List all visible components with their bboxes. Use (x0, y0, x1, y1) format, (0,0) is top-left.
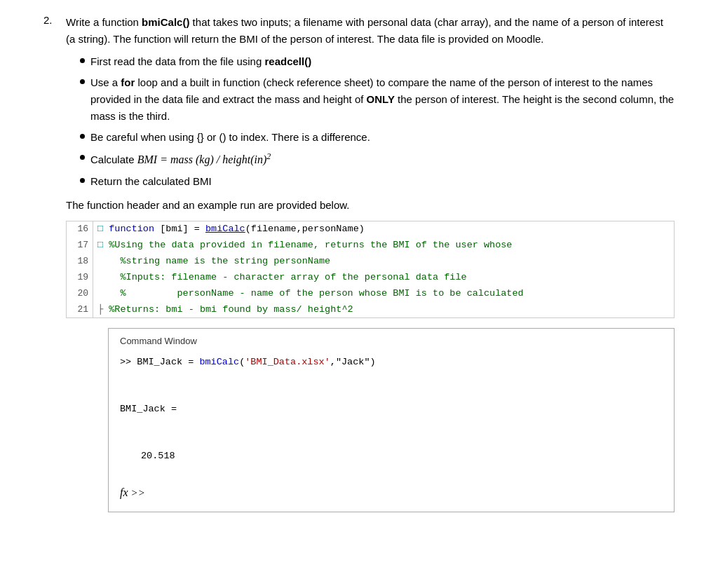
bullet-2: Use a for loop and a built in function (… (80, 74, 675, 125)
readcell-bold: readcell() (264, 55, 311, 67)
bullet-1: First read the data from the file using … (80, 53, 675, 70)
bullet-4-text: Calculate BMI = mass (kg) / height(in)2 (90, 150, 271, 169)
cmd-string-arg1: 'BMI_Data.xlsx' (245, 357, 330, 367)
bullet-4: Calculate BMI = mass (kg) / height(in)2 (80, 150, 675, 169)
cmd-function-name: bmiCalc (199, 357, 239, 367)
question-2: 2. Write a function bmiCalc() that takes… (43, 14, 675, 512)
cmd-footer: fx >> (120, 484, 663, 502)
line-code-21: ├ %Returns: bmi - bmi found by mass/ hei… (93, 302, 674, 318)
collapse-icon-17: □ (97, 240, 103, 250)
code-row-16: 16 □ function [bmi] = bmiCalc(filename,p… (67, 221, 674, 238)
cmd-blank-1 (120, 371, 663, 386)
code-text-16b: (filename,personName) (245, 224, 365, 234)
bracket-21: ├ (97, 304, 103, 315)
bullet-dot-2 (80, 79, 85, 84)
cmd-output-var: BMI_Jack = (120, 402, 663, 417)
line-num-19: 19 (67, 270, 93, 286)
comment-20: % personName - name of the person whose … (109, 288, 523, 299)
bullet-1-text: First read the data from the file using … (90, 53, 311, 70)
code-row-18: 18 %string name is the string personName (67, 254, 674, 270)
code-row-21: 21 ├ %Returns: bmi - bmi found by mass/ … (67, 302, 674, 318)
function-header-line: The function header and an example run a… (66, 197, 675, 214)
bmiCalc-link[interactable]: bmiCalc (205, 224, 245, 234)
code-row-17: 17 □ %Using the data provided in filenam… (67, 238, 674, 254)
bullet-list: First read the data from the file using … (66, 53, 675, 190)
comment-21: %Returns: bmi - bmi found by mass/ heigh… (109, 304, 353, 315)
main-content: 2. Write a function bmiCalc() that takes… (43, 14, 675, 512)
cmd-value: 20.518 (120, 449, 663, 464)
bmi-formula: BMI = mass (kg) / height(in)2 (137, 153, 271, 165)
line-num-21: 21 (67, 302, 93, 318)
cmd-blank-2 (120, 386, 663, 402)
bullet-2-text: Use a for loop and a built in function (… (90, 74, 675, 125)
cmd-blank-4 (120, 433, 663, 449)
bullet-dot-4 (80, 155, 85, 160)
collapse-icon-16: □ (97, 224, 103, 234)
comment-18: %string name is the string personName (109, 256, 330, 266)
command-window: Command Window >> BMI_Jack = bmiCalc('BM… (108, 328, 675, 512)
cmd-blank-5 (120, 464, 663, 479)
code-block: 16 □ function [bmi] = bmiCalc(filename,p… (66, 221, 675, 319)
line-code-18: %string name is the string personName (93, 254, 674, 270)
command-window-wrapper: Command Window >> BMI_Jack = bmiCalc('BM… (108, 328, 675, 512)
line-code-17: □ %Using the data provided in filename, … (93, 238, 674, 254)
code-table: 16 □ function [bmi] = bmiCalc(filename,p… (67, 221, 674, 318)
code-row-20: 20 % personName - name of the person who… (67, 286, 674, 302)
question-body: Write a function bmiCalc() that takes tw… (66, 14, 675, 512)
bullet-3-text: Be careful when using {} or () to index.… (90, 129, 370, 146)
line-num-17: 17 (67, 238, 93, 254)
question-number: 2. (43, 14, 60, 512)
line-code-20: % personName - name of the person whose … (93, 286, 674, 302)
cmd-line-1: >> BMI_Jack = bmiCalc('BMI_Data.xlsx',"J… (120, 355, 663, 370)
line-num-20: 20 (67, 286, 93, 302)
comment-19: %Inputs: filename - character array of t… (109, 272, 466, 282)
line-code-16: □ function [bmi] = bmiCalc(filename,pers… (93, 221, 674, 238)
cmd-prompt-symbol: >> (131, 484, 145, 501)
intro-text: Write a function (66, 16, 142, 28)
line-num-16: 16 (67, 221, 93, 238)
only-bold: ONLY (367, 93, 395, 105)
bullet-5-text: Return the calculated BMI (90, 173, 212, 190)
function-name: bmiCalc() (142, 16, 189, 28)
kw-function: function (109, 224, 154, 234)
fx-icon: fx (120, 484, 128, 502)
line-code-19: %Inputs: filename - character array of t… (93, 270, 674, 286)
line-num-18: 18 (67, 254, 93, 270)
code-row-19: 19 %Inputs: filename - character array o… (67, 270, 674, 286)
command-window-title: Command Window (120, 334, 663, 349)
bullet-5: Return the calculated BMI (80, 173, 675, 190)
cmd-blank-3 (120, 417, 663, 432)
bullet-3: Be careful when using {} or () to index.… (80, 129, 675, 146)
for-bold: for (121, 76, 135, 88)
bullet-dot-1 (80, 58, 85, 63)
bullet-dot-5 (80, 178, 85, 183)
comment-17: %Using the data provided in filename, re… (109, 240, 512, 250)
code-text-16a: [bmi] = (154, 224, 205, 234)
bullet-dot-3 (80, 134, 85, 139)
